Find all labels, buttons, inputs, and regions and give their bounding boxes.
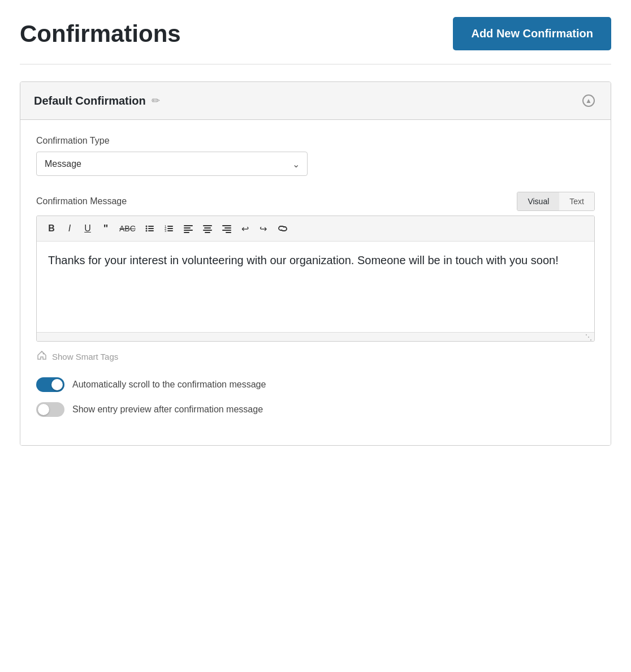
svg-rect-20 <box>222 225 231 226</box>
unordered-list-button[interactable] <box>141 221 158 236</box>
editor-toolbar: B I U " ABC 1 <box>37 216 594 242</box>
collapse-icon: ▲ <box>582 94 595 107</box>
confirmation-type-label: Confirmation Type <box>36 136 595 146</box>
editor-resize-bar: ⋱ <box>37 332 594 341</box>
resize-dots-icon: ⋱ <box>585 334 592 341</box>
toggle-preview[interactable] <box>36 402 64 417</box>
svg-rect-14 <box>184 230 193 231</box>
svg-rect-13 <box>184 227 191 229</box>
add-new-confirmation-button[interactable]: Add New Confirmation <box>453 17 611 50</box>
smart-tags-row[interactable]: Show Smart Tags <box>36 350 595 364</box>
toggle-preview-label: Show entry preview after confirmation me… <box>72 404 263 415</box>
svg-point-2 <box>145 228 147 230</box>
smart-tags-icon <box>36 350 47 364</box>
svg-text:3: 3 <box>165 229 167 232</box>
card-header-left: Default Confirmation ✏ <box>34 94 160 107</box>
svg-rect-1 <box>148 226 154 227</box>
align-left-button[interactable] <box>180 221 197 236</box>
svg-rect-16 <box>203 225 212 226</box>
confirmation-message-label: Confirmation Message <box>36 196 127 206</box>
editor-content[interactable]: Thanks for your interest in volunteering… <box>37 242 594 332</box>
svg-rect-3 <box>148 228 154 229</box>
card-title: Default Confirmation <box>34 94 146 107</box>
svg-rect-5 <box>148 230 154 231</box>
svg-rect-19 <box>205 232 210 233</box>
svg-rect-11 <box>167 230 173 231</box>
toggle-scroll-row: Automatically scroll to the confirmation… <box>36 377 595 392</box>
page-title: Confirmations <box>20 20 181 48</box>
edit-icon[interactable]: ✏ <box>152 94 160 107</box>
ordered-list-button[interactable]: 1 2 3 <box>161 221 178 236</box>
svg-point-0 <box>145 226 147 227</box>
toggle-scroll[interactable] <box>36 377 64 392</box>
svg-rect-18 <box>203 230 212 231</box>
card-body: Confirmation Type Message Page Redirect … <box>20 120 611 445</box>
svg-rect-23 <box>226 232 231 233</box>
strikethrough-button[interactable]: ABC <box>116 221 139 236</box>
card-header: Default Confirmation ✏ ▲ <box>20 82 611 120</box>
align-center-button[interactable] <box>199 221 216 236</box>
visual-text-tabs: Visual Text <box>517 192 595 211</box>
underline-button[interactable]: U <box>80 221 96 236</box>
svg-rect-12 <box>184 225 193 226</box>
smart-tags-label: Show Smart Tags <box>52 352 118 361</box>
confirmation-type-wrapper: Message Page Redirect URL ⌄ <box>36 152 308 176</box>
message-header: Confirmation Message Visual Text <box>36 192 595 211</box>
svg-point-24 <box>43 353 45 355</box>
svg-point-4 <box>145 230 147 232</box>
header-divider <box>20 64 611 64</box>
svg-rect-22 <box>222 230 231 231</box>
editor-wrapper: B I U " ABC 1 <box>36 216 595 342</box>
italic-button[interactable]: I <box>62 221 77 236</box>
svg-rect-21 <box>224 227 231 229</box>
toggle-preview-row: Show entry preview after confirmation me… <box>36 402 595 417</box>
redo-button[interactable]: ↪ <box>256 221 271 236</box>
align-right-button[interactable] <box>218 221 235 236</box>
undo-button[interactable]: ↩ <box>237 221 253 236</box>
confirmation-type-select[interactable]: Message Page Redirect URL <box>36 152 308 176</box>
link-button[interactable] <box>274 221 292 236</box>
svg-rect-9 <box>167 228 173 229</box>
tab-text[interactable]: Text <box>559 192 594 210</box>
blockquote-button[interactable]: " <box>98 221 114 236</box>
svg-rect-15 <box>184 232 189 233</box>
collapse-button[interactable]: ▲ <box>580 92 597 109</box>
confirmation-card: Default Confirmation ✏ ▲ Confirmation Ty… <box>20 81 611 446</box>
toggle-scroll-label: Automatically scroll to the confirmation… <box>72 380 266 390</box>
bold-button[interactable]: B <box>44 221 59 236</box>
svg-rect-7 <box>167 226 173 227</box>
svg-rect-17 <box>204 227 211 229</box>
tab-visual[interactable]: Visual <box>517 192 559 210</box>
page-header: Confirmations Add New Confirmation <box>20 17 611 50</box>
